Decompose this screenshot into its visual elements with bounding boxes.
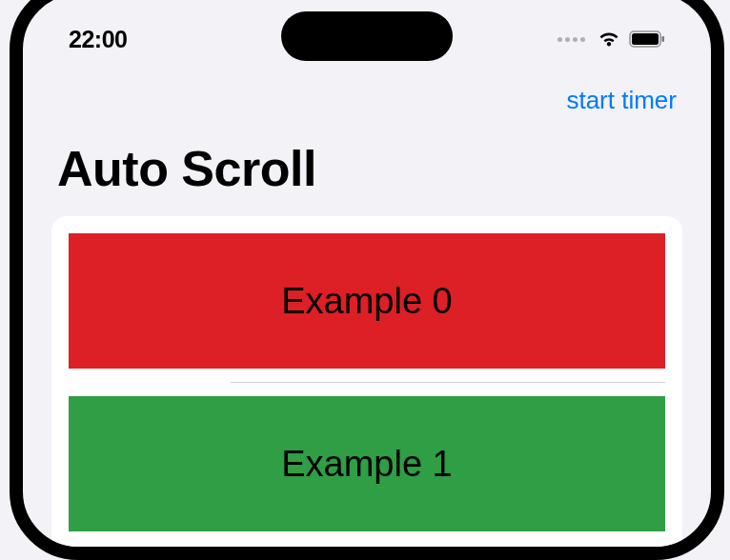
battery-icon bbox=[629, 30, 665, 48]
start-timer-button[interactable]: start timer bbox=[566, 86, 677, 115]
list-item-label: Example 1 bbox=[281, 444, 453, 485]
svg-rect-1 bbox=[632, 33, 659, 45]
status-indicators bbox=[558, 30, 665, 49]
page-title: Auto Scroll bbox=[23, 123, 711, 216]
divider bbox=[231, 382, 665, 383]
navigation-bar: start timer bbox=[23, 61, 711, 123]
wifi-icon bbox=[597, 30, 621, 49]
scroll-list[interactable]: Example 0 Example 1 bbox=[51, 216, 682, 550]
list-item[interactable]: Example 1 bbox=[69, 396, 665, 531]
svg-rect-2 bbox=[662, 36, 665, 42]
list-item-label: Example 0 bbox=[281, 281, 453, 322]
dynamic-island bbox=[281, 11, 453, 61]
list-item[interactable]: Example 0 bbox=[69, 233, 665, 369]
status-time: 22:00 bbox=[69, 26, 127, 53]
phone-frame: 22:00 start timer Auto Scroll Example 0 bbox=[10, 0, 724, 560]
recording-dots-icon bbox=[558, 37, 585, 42]
